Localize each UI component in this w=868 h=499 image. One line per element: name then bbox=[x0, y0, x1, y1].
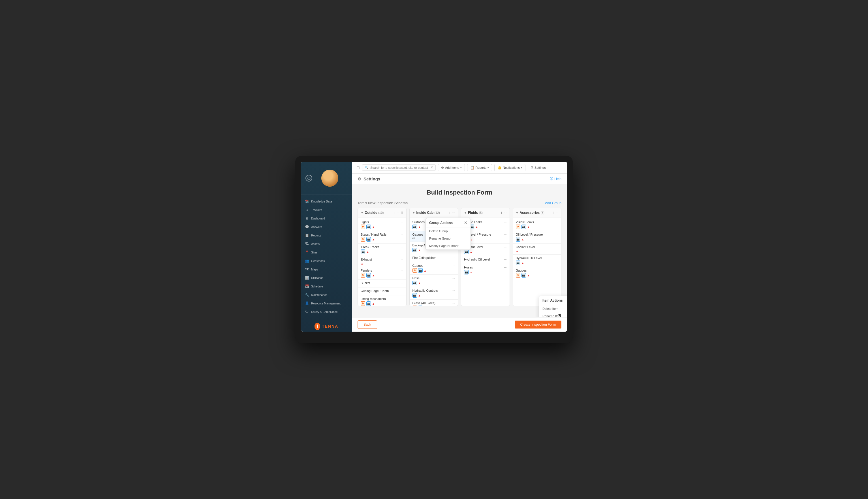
maps-icon: 🗺 bbox=[305, 267, 309, 271]
col-menu-inside-cab[interactable]: ··· bbox=[452, 211, 455, 215]
schedule-icon: 📅 bbox=[305, 284, 309, 288]
list-item: Exhaust··· ▲ bbox=[358, 256, 406, 267]
sidebar-item-geofences[interactable]: 👥 Geofences bbox=[301, 257, 352, 265]
delete-item-action[interactable]: Delete Item bbox=[539, 305, 567, 312]
camera-icon: 📷 bbox=[366, 273, 371, 278]
col-toggle-fluids[interactable]: ▼ bbox=[464, 211, 467, 215]
sidebar-footer: TENNA bbox=[301, 318, 352, 332]
col-collapse-outside[interactable]: ⬆ bbox=[400, 211, 404, 215]
search-box[interactable]: 🔍 ✕ bbox=[362, 164, 436, 171]
camera-icon: 📷 bbox=[412, 224, 417, 229]
list-item: Glass (All Sides)··· ⚑📷▲ bbox=[410, 300, 458, 306]
help-link[interactable]: ⓘ Help bbox=[550, 177, 561, 181]
reports-nav-icon: 📋 bbox=[470, 166, 474, 170]
tenna-logo: TENNA bbox=[314, 323, 338, 330]
col-add-fluids[interactable]: + bbox=[500, 210, 503, 215]
camera-icon: 📷 bbox=[412, 281, 417, 285]
camera-icon: 📷 bbox=[366, 224, 371, 229]
search-input[interactable] bbox=[370, 166, 429, 169]
col-add-accessories[interactable]: + bbox=[552, 210, 554, 215]
sidebar-item-sites[interactable]: 📍 Sites bbox=[301, 248, 352, 257]
sidebar-item-safety-compliance[interactable]: 🛡 Safety & Compliance bbox=[301, 307, 352, 316]
col-menu-outside[interactable]: ··· bbox=[396, 211, 399, 215]
list-item: Fire Extinguisher··· bbox=[410, 254, 458, 262]
top-nav: ⊟ 🔍 ✕ ⊕ Add Items ▾ 📋 Reports ▾ 🔔 bbox=[352, 162, 567, 174]
column-accessories: ▼ Accessories (8) + ··· Visible Leaks···… bbox=[513, 208, 562, 306]
sidebar-nav: 📚 Knowledge Base ⊙ Trackers ⊞ Dashboard … bbox=[301, 195, 352, 318]
geofences-icon: 👥 bbox=[305, 259, 309, 263]
sidebar-item-answers[interactable]: 💬 Answers bbox=[301, 222, 352, 231]
flag-icon: ⚑ bbox=[361, 224, 365, 229]
warning-icon: ▲ bbox=[527, 274, 530, 277]
settings-gear-icon: ⚙ bbox=[358, 177, 361, 181]
search-clear-icon[interactable]: ✕ bbox=[431, 166, 433, 169]
notifications-button[interactable]: 🔔 Notifications ▾ bbox=[494, 164, 525, 171]
warning-icon: ▲ bbox=[516, 250, 519, 253]
sidebar-item-utilization[interactable]: 📊 Utilization bbox=[301, 273, 352, 282]
sidebar-item-schedule[interactable]: 📅 Schedule bbox=[301, 282, 352, 291]
sidebar-item-resource-management[interactable]: 👤 Resource Management bbox=[301, 299, 352, 307]
columns-container: ▼ Outside (10) + ··· ⬆ Lights··· ⚑📷▲ bbox=[358, 208, 561, 306]
warning-icon: ▲ bbox=[372, 226, 375, 229]
flag-icon: ⚑ bbox=[516, 273, 520, 278]
col-add-outside[interactable]: + bbox=[393, 210, 395, 215]
power-icon[interactable]: ⏻ bbox=[306, 175, 312, 182]
sidebar-item-dashboard[interactable]: ⊞ Dashboard bbox=[301, 214, 352, 222]
popup-header: Group Actions ✕ bbox=[426, 218, 471, 228]
warning-icon: ▲ bbox=[527, 226, 530, 229]
list-item: Visible Leaks··· ⚑📷▲ bbox=[513, 219, 561, 231]
add-group-button[interactable]: Add Group bbox=[545, 201, 561, 205]
resource-management-icon: 👤 bbox=[305, 301, 309, 305]
camera-icon: 📷 bbox=[418, 268, 423, 273]
popup-close-button[interactable]: ✕ bbox=[464, 221, 467, 225]
sidebar-item-maintenance[interactable]: 🔧 Maintenance bbox=[301, 291, 352, 299]
col-add-inside-cab[interactable]: + bbox=[449, 210, 451, 215]
add-icon: ⊕ bbox=[441, 166, 444, 170]
add-items-button[interactable]: ⊕ Add Items ▾ bbox=[438, 164, 465, 171]
col-menu-accessories[interactable]: ··· bbox=[556, 211, 558, 215]
list-item: Lights··· ⚑📷▲ bbox=[358, 219, 406, 231]
col-menu-fluids[interactable]: ··· bbox=[504, 211, 507, 215]
dashboard-icon: ⊞ bbox=[305, 216, 309, 220]
sidebar-item-knowledge-base[interactable]: 📚 Knowledge Base bbox=[301, 197, 352, 206]
flag-icon: ⚑ bbox=[361, 273, 365, 278]
avatar bbox=[321, 170, 338, 187]
back-button[interactable]: Back bbox=[358, 320, 377, 329]
col-toggle-outside[interactable]: ▼ bbox=[361, 211, 363, 215]
delete-group-item[interactable]: Delete Group bbox=[426, 228, 471, 235]
laptop-frame: ⏻ 📚 Knowledge Base ⊙ Trackers ⊞ Dashboar… bbox=[295, 156, 573, 343]
list-item: Lifting Mechanism··· ⚑📷▲ bbox=[358, 295, 406, 306]
rename-group-item[interactable]: Rename Group bbox=[426, 235, 471, 242]
list-item: Hydraulic Controls··· 📷▲ bbox=[410, 287, 458, 300]
warning-icon: ▲ bbox=[470, 271, 472, 274]
modify-page-number-item[interactable]: Modify Page Number bbox=[426, 242, 471, 250]
page-title: ⚙ Settings bbox=[358, 177, 380, 181]
trackers-icon: ⊙ bbox=[305, 208, 309, 212]
sidebar-item-maps[interactable]: 🗺 Maps bbox=[301, 265, 352, 273]
item-actions-header: Item Actions ✕ bbox=[539, 296, 567, 305]
warning-icon: ▲ bbox=[418, 249, 421, 252]
warning-icon: ▲ bbox=[475, 226, 478, 229]
create-inspection-form-button[interactable]: Create Inspection Form bbox=[515, 320, 561, 329]
book-icon: 📚 bbox=[305, 199, 309, 203]
col-toggle-accessories[interactable]: ▼ bbox=[516, 211, 519, 215]
sidebar-item-trackers[interactable]: ⊙ Trackers bbox=[301, 206, 352, 214]
filter-icon[interactable]: ⊟ bbox=[357, 166, 360, 170]
camera-icon: 📷 bbox=[361, 250, 365, 254]
warning-icon: ▲ bbox=[372, 302, 375, 305]
column-outside-header: ▼ Outside (10) + ··· ⬆ bbox=[358, 208, 406, 218]
camera-icon: 📷 bbox=[521, 273, 526, 278]
col-toggle-inside-cab[interactable]: ▼ bbox=[412, 211, 415, 215]
sidebar-item-assets[interactable]: 🏗 Assets bbox=[301, 240, 352, 248]
list-item: Hydraulic Oil Level··· bbox=[461, 256, 510, 264]
help-icon: ⓘ bbox=[550, 177, 553, 181]
sidebar-item-reports[interactable]: 📋 Reports bbox=[301, 231, 352, 240]
rename-item-action[interactable]: Rename Item bbox=[539, 312, 567, 317]
flag-icon: ⚑ bbox=[412, 268, 417, 273]
reports-button[interactable]: 📋 Reports ▾ bbox=[467, 164, 492, 171]
column-fluids-header: ▼ Fluids (5) + ··· bbox=[461, 208, 510, 218]
sites-icon: 📍 bbox=[305, 250, 309, 254]
settings-nav-button[interactable]: ⚙ Settings bbox=[528, 164, 549, 171]
utilization-icon: 📊 bbox=[305, 276, 309, 280]
warning-icon: ▲ bbox=[372, 274, 375, 277]
